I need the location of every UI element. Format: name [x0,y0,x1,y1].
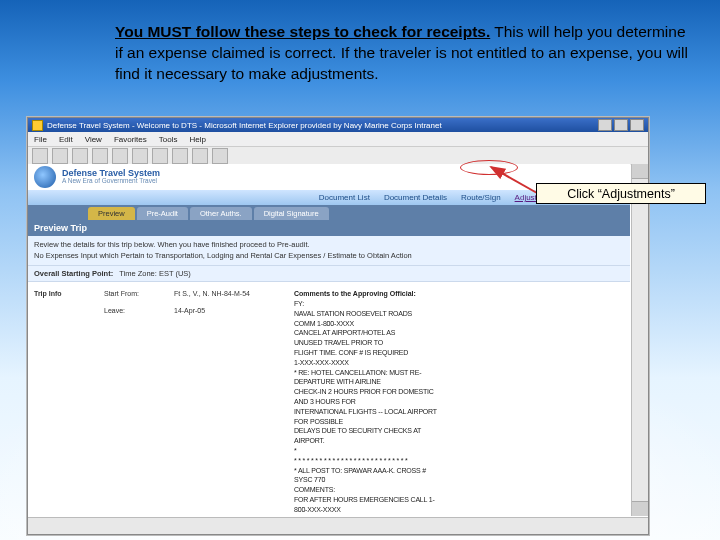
starting-point-value: Time Zone: EST (US) [119,269,191,278]
col-tripinfo: Trip Info [34,290,94,524]
label-leave: Leave: [104,307,164,314]
starting-point-label: Overall Starting Point: [34,269,113,278]
callout-box: Click “Adjustments” [536,183,706,204]
toolbar-forward-icon[interactable] [52,148,68,164]
label-startfrom: Start From: [104,290,164,297]
menu-file[interactable]: File [34,135,47,144]
col-comments: Comments to the Approving Official: FY: … [294,290,624,524]
titlebar: Defense Travel System - Welcome to DTS -… [28,118,648,132]
toolbar-print-icon[interactable] [212,148,228,164]
tab-other-auths[interactable]: Other Auths. [190,207,252,220]
menu-edit[interactable]: Edit [59,135,73,144]
toolbar-home-icon[interactable] [112,148,128,164]
hint-text: Review the details for this trip below. … [28,236,630,266]
value-leave: 14-Apr-05 [174,307,284,314]
col-values: Ft S., V., N. NH-84-M-54 14-Apr-05 [174,290,284,524]
hint-line-1: Review the details for this trip below. … [34,240,624,251]
scroll-up-icon[interactable] [632,164,648,179]
ie-icon [32,120,43,131]
toolbar [28,147,648,165]
callout-text: Click “Adjustments” [567,187,675,201]
menu-favorites[interactable]: Favorites [114,135,147,144]
svg-line-0 [491,167,537,193]
minimize-button[interactable] [598,119,612,131]
comments-body: FY: NAVAL STATION ROOSEVELT ROADS COMM 1… [294,299,624,524]
starting-point-row: Overall Starting Point:Time Zone: EST (U… [28,266,630,282]
dts-title-block: Defense Travel System A New Era of Gover… [62,169,160,185]
callout-arrow-icon [431,163,551,203]
col-labels: Start From: Leave: [104,290,164,524]
toolbar-search-icon[interactable] [132,148,148,164]
window-title: Defense Travel System - Welcome to DTS -… [47,121,442,130]
label-tripinfo: Trip Info [34,290,62,297]
value-startfrom: Ft S., V., N. NH-84-M-54 [174,290,284,297]
instruction-lead: You MUST follow these steps to check for… [115,23,490,40]
menu-tools[interactable]: Tools [159,135,178,144]
tab-preview[interactable]: Preview [88,207,135,220]
tabbar: Preview Pre-Audit Other Auths. Digital S… [28,205,630,220]
maximize-button[interactable] [614,119,628,131]
subnav-document-list[interactable]: Document List [319,193,370,202]
close-button[interactable] [630,119,644,131]
menu-help[interactable]: Help [189,135,205,144]
menu-view[interactable]: View [85,135,102,144]
toolbar-refresh-icon[interactable] [92,148,108,164]
page-content: Defense Travel System A New Era of Gover… [28,164,630,534]
window-controls [598,119,644,131]
trip-details: Trip Info Start From: Leave: Ft S., V., … [28,282,630,532]
toolbar-favorites-icon[interactable] [152,148,168,164]
ie-window: Defense Travel System - Welcome to DTS -… [27,117,649,535]
tab-digital-signature[interactable]: Digital Signature [254,207,329,220]
scroll-down-icon[interactable] [632,501,648,516]
dts-tagline: A New Era of Government Travel [62,178,160,185]
statusbar [28,517,648,534]
toolbar-back-icon[interactable] [32,148,48,164]
vertical-scrollbar[interactable] [631,164,648,516]
toolbar-mail-icon[interactable] [192,148,208,164]
menubar: File Edit View Favorites Tools Help [28,132,648,147]
hint-line-2: No Expenses Input which Pertain to Trans… [34,251,624,262]
toolbar-stop-icon[interactable] [72,148,88,164]
comments-header: Comments to the Approving Official: [294,290,624,297]
tab-pre-audit[interactable]: Pre-Audit [137,207,188,220]
instruction-paragraph: You MUST follow these steps to check for… [115,22,695,85]
dts-logo-icon [34,166,56,188]
section-title: Preview Trip [28,220,630,236]
toolbar-history-icon[interactable] [172,148,188,164]
